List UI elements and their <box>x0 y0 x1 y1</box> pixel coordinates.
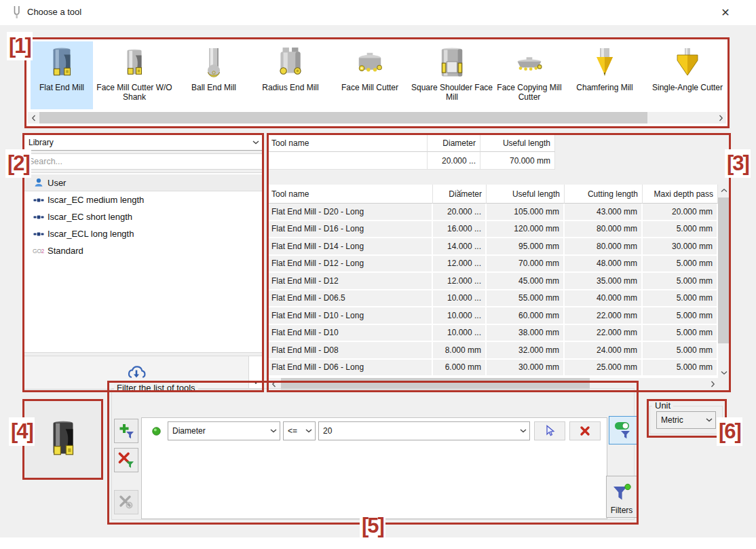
svg-text:2: 2 <box>41 248 44 254</box>
annotation-label-6: [6] <box>717 417 742 446</box>
tool-type-label: Ball End Mill <box>191 83 236 92</box>
library-item-label: Iscar_ECL long length <box>48 229 134 239</box>
tool-row[interactable]: Flat End Mill - D06.5 10.000 ... 55.000 … <box>268 290 718 308</box>
table-vertical-scrollbar[interactable] <box>718 185 730 378</box>
filters-button-label: Filters <box>611 506 633 515</box>
toolbar-scroll-track[interactable] <box>39 112 715 124</box>
tool-type-label: Chamfering Mill <box>576 83 632 92</box>
column-header-tool-name[interactable]: Tool name <box>268 185 433 204</box>
library-item-iscar-ecl-long[interactable]: Iscar_ECL long length <box>24 225 262 242</box>
scroll-right-icon[interactable] <box>715 112 726 124</box>
library-dropdown[interactable]: Library <box>24 134 263 151</box>
close-button[interactable]: ✕ <box>711 3 740 22</box>
scroll-up-icon[interactable] <box>718 185 730 196</box>
library-item-standard[interactable]: GO2 Standard <box>24 242 262 259</box>
scroll-down-icon[interactable] <box>718 366 730 378</box>
tool-row[interactable]: Flat End Mill - D20 - Long 20.000 ... 10… <box>268 204 718 221</box>
milling-tool-icon <box>30 197 48 204</box>
tool-type-label: Radius End Mill <box>262 83 318 92</box>
chevron-down-icon <box>270 429 277 433</box>
tool-type-ball-end-mill[interactable]: Ball End Mill <box>176 41 252 109</box>
tool-type-radius-end-mill[interactable]: Radius End Mill <box>252 41 329 109</box>
selected-tool-name <box>268 152 428 170</box>
unit-group-title: Unit <box>652 400 673 411</box>
filter-row[interactable]: Diameter <= 20 <box>145 421 605 441</box>
unit-group: Unit Metric <box>648 400 725 436</box>
tool-row[interactable]: Flat End Mill - D08 8.000 mm 32.000 mm 2… <box>268 342 718 360</box>
green-dot-icon <box>145 427 168 436</box>
filter-field-dropdown[interactable]: Diameter <box>168 421 280 440</box>
delete-filter-button[interactable] <box>569 421 601 440</box>
library-item-label: User <box>48 178 66 188</box>
table-vscroll-thumb[interactable] <box>718 197 730 343</box>
annotation-label-2: [2] <box>5 149 31 178</box>
library-item-user[interactable]: User <box>24 174 262 191</box>
filter-group-title: Filter the list of tools <box>114 383 198 393</box>
pick-value-button[interactable] <box>534 421 565 440</box>
library-item-iscar-ec-short[interactable]: Iscar_EC short length <box>24 208 262 225</box>
cut-filter-button[interactable] <box>114 490 138 514</box>
tool-row[interactable]: Flat End Mill - D12 - Long 12.000 ... 70… <box>268 256 718 273</box>
chevron-down-icon <box>305 429 312 433</box>
filter-value-combobox[interactable]: 20 <box>318 421 530 440</box>
library-list: User Iscar_EC medium length Iscar_EC sho… <box>24 172 263 353</box>
choose-a-tool-dialog: Choose a tool ✕ Flat End Mill Face Mill … <box>0 0 756 549</box>
filters-button[interactable]: Filters <box>606 476 637 518</box>
selected-tool-diameter: 20.000 ... <box>428 152 480 170</box>
column-header-cutting-length[interactable]: Cutting length <box>565 185 643 204</box>
column-header-diameter[interactable]: Diameter <box>433 185 487 204</box>
face-copying-mill-cutter-icon <box>512 43 547 81</box>
tool-type-chamfering-mill[interactable]: Chamfering Mill <box>565 41 644 109</box>
chevron-down-icon <box>252 140 259 145</box>
tool-type-flat-end-mill[interactable]: Flat End Mill <box>31 41 93 109</box>
face-mill-cutter-icon <box>352 43 388 81</box>
column-header-diameter[interactable]: Diameter <box>428 134 480 152</box>
column-header-maxi-depth-pass[interactable]: Maxi depth pass <box>643 185 718 204</box>
library-panel: Library User Iscar_EC medium length <box>24 134 263 391</box>
toggle-funnel-icon <box>613 420 633 440</box>
column-header-useful-length[interactable]: Useful length <box>480 134 555 152</box>
enable-filter-toggle-button[interactable] <box>609 416 637 444</box>
pointer-cursor-icon <box>544 425 556 437</box>
filter-operator-dropdown[interactable]: <= <box>283 421 316 440</box>
filters-funnel-icon <box>611 483 632 504</box>
tool-row[interactable]: Flat End Mill - D14 - Long 14.000 ... 95… <box>268 238 718 256</box>
chevron-down-icon <box>706 418 713 422</box>
single-angle-cutter-icon <box>671 43 704 81</box>
tool-type-face-copying-mill-cutter[interactable]: Face Copying Mill Cutter <box>493 41 565 109</box>
title-bar: Choose a tool ✕ <box>0 0 756 25</box>
tool-row[interactable]: Flat End Mill - D16 - Long 16.000 ... 12… <box>268 221 718 239</box>
tool-row[interactable]: Flat End Mill - D10 10.000 ... 38.000 mm… <box>268 325 718 343</box>
add-filter-icon <box>118 423 134 439</box>
tool-window-icon <box>11 5 22 23</box>
flat-end-mill-preview-icon <box>43 419 83 461</box>
toolbar-scroll-thumb[interactable] <box>39 112 647 124</box>
tool-type-square-shoulder-face-mill[interactable]: Square Shoulder Face Mill <box>411 41 493 109</box>
selected-tool-row[interactable]: 20.000 ... 70.000 mm <box>268 152 555 170</box>
unit-dropdown[interactable]: Metric <box>656 411 716 429</box>
tool-type-face-mill-cutter[interactable]: Face Mill Cutter <box>329 41 411 109</box>
selected-tool-useful-length: 70.000 mm <box>480 152 555 170</box>
column-header-useful-length[interactable]: Useful length <box>487 185 565 204</box>
column-header-tool-name[interactable]: Tool name <box>268 134 428 152</box>
tool-type-label: Face Mill Cutter W/O Shank <box>93 83 176 102</box>
tool-row[interactable]: Flat End Mill - D06 - Long 6.000 mm 30.0… <box>268 360 718 377</box>
scroll-right-icon[interactable] <box>706 378 718 390</box>
tool-type-single-angle-cutter[interactable]: Single-Angle Cutter <box>644 41 728 109</box>
search-input[interactable] <box>24 153 263 170</box>
table-vscroll-track[interactable] <box>718 196 730 366</box>
milling-tool-icon <box>30 231 48 238</box>
toolbar-horizontal-scrollbar[interactable] <box>28 112 726 124</box>
remove-filter-button[interactable] <box>114 448 138 472</box>
library-item-iscar-ec-medium[interactable]: Iscar_EC medium length <box>24 191 262 208</box>
face-mill-cutter-wo-shank-icon <box>119 43 150 81</box>
scroll-left-icon[interactable] <box>28 112 39 124</box>
tool-row[interactable]: Flat End Mill - D10 - Long 10.000 ... 60… <box>268 307 718 325</box>
chevron-down-icon <box>520 429 527 433</box>
tools-rows: Flat End Mill - D20 - Long 20.000 ... 10… <box>268 204 718 378</box>
tool-row[interactable]: Flat End Mill - D12 12.000 ... 45.000 mm… <box>268 273 718 290</box>
tool-type-face-mill-cutter-wo-shank[interactable]: Face Mill Cutter W/O Shank <box>93 41 176 109</box>
annotation-label-5: [5] <box>360 512 385 540</box>
add-filter-button[interactable] <box>114 419 138 443</box>
tool-type-label: Face Mill Cutter <box>341 83 398 92</box>
